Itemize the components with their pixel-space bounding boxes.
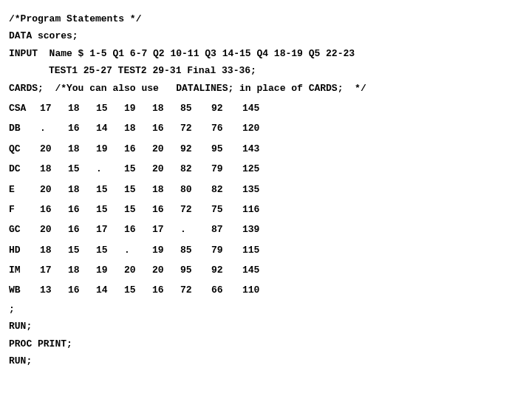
cell-q1: 17	[40, 98, 68, 118]
cell-name: IM	[9, 260, 40, 280]
proc-print: PROC PRINT;	[9, 335, 523, 352]
table-row: DC1815.15208279125	[9, 159, 279, 179]
cell-q3: 19	[96, 139, 124, 159]
input-line-1: INPUT Name $ 1-5 Q1 6-7 Q2 10-11 Q3 14-1…	[9, 45, 523, 62]
cell-q1: .	[40, 118, 68, 138]
cell-name: HD	[9, 240, 40, 260]
cell-q3: 15	[96, 240, 124, 260]
cell-q4: 16	[124, 139, 152, 159]
cell-f: 139	[242, 219, 279, 239]
cell-t1: 80	[180, 180, 211, 200]
cell-q4: 19	[124, 98, 152, 118]
cell-t2: 87	[211, 219, 242, 239]
cell-q2: 18	[68, 180, 96, 200]
cell-q4: .	[124, 240, 152, 260]
cell-q1: 20	[40, 180, 68, 200]
cell-q3: 17	[96, 219, 124, 239]
cell-q1: 17	[40, 260, 68, 280]
cell-t2: 75	[211, 200, 242, 219]
cell-q4: 16	[124, 219, 152, 239]
run-2: RUN;	[9, 352, 523, 369]
cell-f: 135	[242, 180, 279, 200]
cell-q2: 18	[68, 98, 96, 118]
cell-q4: 15	[124, 280, 152, 300]
cell-q5: 16	[152, 200, 180, 219]
end-semicolon: ;	[9, 301, 523, 318]
table-row: DB.161418167276120	[9, 118, 279, 138]
cell-t1: 72	[180, 280, 211, 300]
cell-q4: 15	[124, 180, 152, 200]
table-row: GC2016171617.87139	[9, 219, 279, 239]
cell-t1: 85	[180, 98, 211, 118]
cell-q1: 20	[40, 139, 68, 159]
cell-q4: 18	[124, 118, 152, 138]
table-row: WB13161415167266110	[9, 280, 279, 300]
cell-q4: 20	[124, 260, 152, 280]
cell-name: QC	[9, 139, 40, 159]
cell-name: F	[9, 200, 40, 219]
cell-q2: 18	[68, 139, 96, 159]
cell-q5: 18	[152, 98, 180, 118]
cell-t1: 82	[180, 159, 211, 179]
cell-name: DC	[9, 159, 40, 179]
cell-q5: 20	[152, 260, 180, 280]
cell-t2: 82	[211, 180, 242, 200]
cell-q2: 15	[68, 240, 96, 260]
cell-q1: 13	[40, 280, 68, 300]
cell-t2: 66	[211, 280, 242, 300]
table-row: QC20181916209295143	[9, 139, 279, 159]
cell-q5: 19	[152, 240, 180, 260]
cell-t2: 92	[211, 260, 242, 280]
cell-q5: 20	[152, 159, 180, 179]
cell-q5: 17	[152, 219, 180, 239]
cell-t1: 92	[180, 139, 211, 159]
cell-q3: 15	[96, 200, 124, 219]
cell-q3: 15	[96, 98, 124, 118]
cell-q3: .	[96, 159, 124, 179]
cell-q2: 16	[68, 200, 96, 219]
cell-q5: 16	[152, 118, 180, 138]
cell-q2: 16	[68, 118, 96, 138]
comment-program-statements: /*Program Statements */	[9, 10, 523, 27]
cell-q4: 15	[124, 159, 152, 179]
cell-name: WB	[9, 280, 40, 300]
cell-q1: 18	[40, 159, 68, 179]
cell-f: 120	[242, 118, 279, 138]
data-statement: DATA scores;	[9, 27, 523, 44]
cell-t2: 79	[211, 240, 242, 260]
table-row: F16161515167275116	[9, 200, 279, 219]
cell-q5: 16	[152, 280, 180, 300]
table-row: CSA17181519188592145	[9, 98, 279, 118]
cell-q4: 15	[124, 200, 152, 219]
cell-q5: 20	[152, 139, 180, 159]
cell-t2: 79	[211, 159, 242, 179]
cell-q1: 20	[40, 219, 68, 239]
cell-t2: 95	[211, 139, 242, 159]
table-row: E20181515188082135	[9, 180, 279, 200]
table-row: IM17181920209592145	[9, 260, 279, 280]
cell-q2: 18	[68, 260, 96, 280]
cell-t1: 95	[180, 260, 211, 280]
cell-q2: 15	[68, 159, 96, 179]
cell-f: 115	[242, 240, 279, 260]
cell-name: E	[9, 180, 40, 200]
cell-name: CSA	[9, 98, 40, 118]
cell-t1: 85	[180, 240, 211, 260]
cell-q3: 14	[96, 280, 124, 300]
cell-f: 145	[242, 98, 279, 118]
cell-t1: .	[180, 219, 211, 239]
table-row: HD181515 .198579115	[9, 240, 279, 260]
cell-f: 145	[242, 260, 279, 280]
cell-q5: 18	[152, 180, 180, 200]
cell-t1: 72	[180, 200, 211, 219]
cell-f: 125	[242, 159, 279, 179]
cell-q3: 15	[96, 180, 124, 200]
cell-q2: 16	[68, 219, 96, 239]
cell-q3: 19	[96, 260, 124, 280]
cell-t1: 72	[180, 118, 211, 138]
run-1: RUN;	[9, 318, 523, 335]
cell-name: DB	[9, 118, 40, 138]
cell-t2: 76	[211, 118, 242, 138]
data-table: CSA17181519188592145 DB.161418167276120Q…	[9, 98, 279, 301]
cards-statement: CARDS; /*You can also use DATALINES; in …	[9, 80, 523, 97]
